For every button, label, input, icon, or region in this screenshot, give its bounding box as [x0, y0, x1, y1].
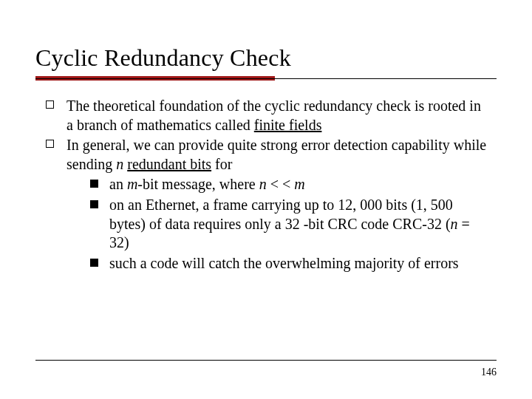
page-number: 146	[481, 366, 497, 378]
bullet-underline: finite fields	[254, 117, 322, 133]
bullet-italic: m	[127, 176, 137, 192]
bullet-italic: n	[116, 156, 123, 172]
bullet-text: < <	[267, 176, 295, 192]
title-rule-black	[35, 78, 497, 79]
slide-body: The theoretical foundation of the cyclic…	[0, 83, 532, 273]
bullet-underline: redundant bits	[127, 156, 211, 172]
sub-bullet-item: on an Ethernet, a frame carrying up to 1…	[89, 196, 488, 253]
sub-bullet-list: an m-bit message, where n < < m on an Et…	[66, 175, 488, 273]
title-area: Cyclic Redundancy Check	[0, 0, 532, 83]
sub-bullet-item: an m-bit message, where n < < m	[89, 175, 488, 194]
bullet-text: -bit message, where	[137, 176, 259, 192]
bullet-item: The theoretical foundation of the cyclic…	[44, 97, 488, 134]
bullet-italic: m	[294, 176, 304, 192]
footer-rule	[35, 360, 497, 361]
slide-title: Cyclic Redundancy Check	[35, 44, 497, 72]
bullet-italic: n	[259, 176, 267, 192]
sub-bullet-item: such a code will catch the overwhelming …	[89, 254, 488, 273]
bullet-item: In general, we can provide quite strong …	[44, 136, 488, 273]
bullet-text: for	[211, 156, 232, 172]
slide: Cyclic Redundancy Check The theoretical …	[0, 0, 532, 399]
bullet-text: on an Ethernet, a frame carrying up to 1…	[109, 197, 453, 232]
bullet-italic: n	[451, 216, 458, 232]
bullet-text: an	[109, 176, 127, 192]
bullet-list: The theoretical foundation of the cyclic…	[44, 97, 488, 273]
bullet-text: such a code will catch the overwhelming …	[109, 255, 459, 271]
title-rule	[35, 76, 497, 83]
